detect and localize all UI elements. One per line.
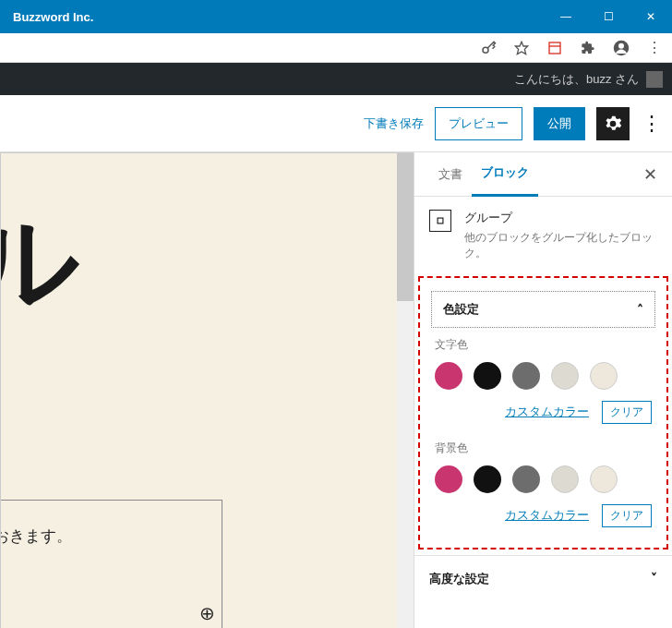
group-icon xyxy=(429,210,451,232)
color-settings-title: 色設定 xyxy=(443,301,479,318)
color-swatch[interactable] xyxy=(512,465,540,493)
background-color-label: 背景色 xyxy=(435,441,652,456)
color-swatch[interactable] xyxy=(590,362,618,390)
scrollbar[interactable] xyxy=(397,153,414,628)
account-icon[interactable] xyxy=(613,40,630,56)
key-icon[interactable] xyxy=(480,40,497,56)
color-swatch[interactable] xyxy=(590,465,618,493)
bg-color-swatches xyxy=(435,465,652,493)
scrollbar-thumb[interactable] xyxy=(397,153,414,301)
color-swatch[interactable] xyxy=(551,465,579,493)
color-settings-header[interactable]: 色設定 ˄ xyxy=(431,291,655,328)
paragraph-line[interactable]: 使いておきます。 xyxy=(0,521,208,551)
clear-text-color-button[interactable]: クリア xyxy=(602,401,652,424)
block-name: グループ xyxy=(464,210,657,226)
editor-topbar: 下書き保存 プレビュー 公開 ⋮ xyxy=(0,95,672,152)
custom-color-link[interactable]: カスタムカラー xyxy=(505,507,589,524)
color-swatch[interactable] xyxy=(512,362,540,390)
advanced-settings-title: 高度な設定 xyxy=(429,571,489,587)
save-draft-button[interactable]: 下書き保存 xyxy=(364,115,424,132)
page-title[interactable]: プル xyxy=(0,190,78,334)
group-block[interactable]: 使いておきます。 別にはまったく決まってい xyxy=(0,500,222,628)
settings-button[interactable] xyxy=(596,107,630,140)
color-swatch[interactable] xyxy=(551,362,579,390)
block-description: 他のブロックをグループ化したブロック。 xyxy=(464,230,657,261)
chevron-down-icon: ˅ xyxy=(651,571,657,587)
editor-main: プル 使いておきます。 別にはまったく決まってい ⊕ 文書 ブロック ✕ グルー… xyxy=(0,152,672,628)
star-icon[interactable] xyxy=(513,40,530,56)
custom-color-link[interactable]: カスタムカラー xyxy=(505,404,589,420)
color-swatch[interactable] xyxy=(474,465,501,493)
greeting-text[interactable]: こんにちは、buzz さん xyxy=(514,71,639,88)
avatar[interactable] xyxy=(646,71,663,88)
window-titlebar: Buzzword Inc. ― ☐ ✕ xyxy=(0,0,672,33)
block-info: グループ 他のブロックをグループ化したブロック。 xyxy=(414,197,672,276)
close-button[interactable]: ✕ xyxy=(630,0,672,33)
browser-menu-icon[interactable]: ⋮ xyxy=(646,40,663,56)
svg-rect-2 xyxy=(549,42,560,54)
editor-canvas[interactable]: プル 使いておきます。 別にはまったく決まってい ⊕ xyxy=(0,152,414,628)
color-swatch[interactable] xyxy=(435,465,462,493)
settings-sidebar: 文書 ブロック ✕ グループ 他のブロックをグループ化したブロック。 色設定 ˄… xyxy=(414,152,672,628)
tab-block[interactable]: ブロック xyxy=(472,151,538,197)
svg-marker-1 xyxy=(515,42,527,54)
browser-toolbar: ⋮ xyxy=(0,33,672,63)
svg-point-0 xyxy=(483,47,488,53)
devtools-icon[interactable] xyxy=(546,40,563,56)
preview-button[interactable]: プレビュー xyxy=(435,107,522,140)
color-swatch[interactable] xyxy=(474,362,501,390)
advanced-settings-header[interactable]: 高度な設定 ˅ xyxy=(414,555,672,602)
extensions-icon[interactable] xyxy=(580,40,596,56)
wordpress-adminbar: こんにちは、buzz さん xyxy=(0,63,672,95)
close-sidebar-button[interactable]: ✕ xyxy=(643,164,657,185)
minimize-button[interactable]: ― xyxy=(545,0,587,33)
tab-document[interactable]: 文書 xyxy=(429,153,472,196)
window-controls: ― ☐ ✕ xyxy=(545,0,672,33)
add-block-button[interactable]: ⊕ xyxy=(199,602,215,624)
color-settings-panel: 色設定 ˄ 文字色 カスタムカラー クリア 背景色 xyxy=(420,278,666,548)
more-menu-button[interactable]: ⋮ xyxy=(641,112,663,136)
publish-button[interactable]: 公開 xyxy=(534,107,585,140)
color-swatch[interactable] xyxy=(435,362,462,390)
text-color-swatches xyxy=(435,362,652,390)
chevron-up-icon: ˄ xyxy=(637,302,643,317)
clear-bg-color-button[interactable]: クリア xyxy=(602,504,652,527)
svg-point-4 xyxy=(618,42,624,48)
maximize-button[interactable]: ☐ xyxy=(587,0,630,33)
color-settings-highlight: 色設定 ˄ 文字色 カスタムカラー クリア 背景色 xyxy=(418,276,668,550)
text-color-label: 文字色 xyxy=(435,337,652,353)
window-title: Buzzword Inc. xyxy=(13,10,93,24)
svg-rect-5 xyxy=(438,218,443,223)
sidebar-tabs: 文書 ブロック ✕ xyxy=(414,152,672,197)
gear-icon xyxy=(604,115,622,133)
